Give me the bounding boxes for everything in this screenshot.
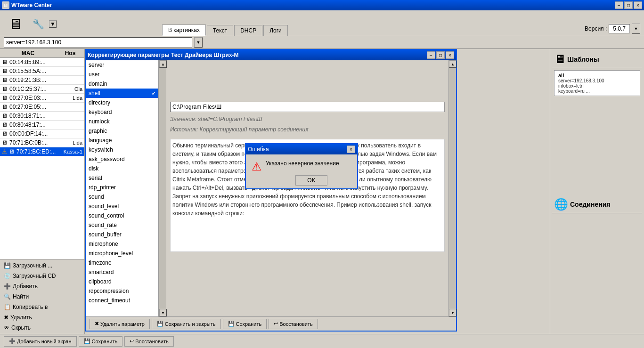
param-timezone[interactable]: timezone: [86, 258, 158, 267]
pc-icon-6: 🖥: [2, 113, 8, 119]
params-modal-titlebar: Корректирующие параметры Тест Драйвера Ш…: [86, 50, 456, 60]
mac-address-0: 00:14:85:89:...: [9, 59, 46, 65]
param-sound-control[interactable]: sound_control: [86, 211, 158, 220]
error-body: ⚠ Указано неверное значение: [246, 154, 357, 172]
param-connect-timeout[interactable]: connect_timeout: [86, 296, 158, 305]
param-serial[interactable]: serial: [86, 173, 158, 183]
params-value-display: Значение: shell=C:\Program Files\Ш: [170, 116, 445, 122]
error-titlebar: Ошибка ×: [246, 144, 357, 154]
param-ask-password[interactable]: ask_password: [86, 154, 158, 164]
error-title: Ошибка: [248, 146, 269, 153]
connections-icon: 🌐: [554, 198, 568, 211]
mac-item-3[interactable]: 🖥 00:1C:25:37:... Ola: [0, 85, 84, 94]
param-numlock[interactable]: numlock: [86, 117, 158, 126]
tab-logs[interactable]: Логи: [263, 25, 288, 36]
mac-item-6[interactable]: 🖥 00:30:18:71:...: [0, 112, 84, 121]
params-close-button[interactable]: ×: [446, 51, 454, 59]
params-value-input[interactable]: [170, 102, 445, 112]
minimize-button[interactable]: −: [615, 1, 623, 9]
params-content-scrollbar[interactable]: ▲ ▼: [448, 60, 456, 316]
param-directory[interactable]: directory: [86, 98, 158, 107]
param-sound-level[interactable]: sound_level: [86, 202, 158, 211]
pc-icon-0: 🖥: [2, 59, 8, 65]
scroll-down-arrow[interactable]: ▼: [159, 309, 167, 316]
server-input[interactable]: [4, 37, 192, 48]
bottom-restore-button[interactable]: ↩ Восстановить: [124, 336, 173, 347]
param-domain[interactable]: domain: [86, 79, 158, 89]
save-close-button[interactable]: 💾 Сохранить и закрыть: [152, 319, 221, 329]
mac-item-4[interactable]: 🖥 00:27:0E:03:... Lida: [0, 94, 84, 103]
param-shell[interactable]: shell ✔: [86, 89, 158, 98]
param-sound[interactable]: sound: [86, 192, 158, 202]
param-graphic[interactable]: graphic: [86, 126, 158, 136]
delete-action[interactable]: ✖ Удалить: [0, 312, 84, 323]
tools-icon: 🔧: [31, 17, 45, 31]
param-sound-rate[interactable]: sound_rate: [86, 220, 158, 230]
tab-text[interactable]: Текст: [207, 25, 233, 36]
content-scroll-up[interactable]: ▲: [449, 60, 457, 68]
content-scroll-down[interactable]: ▼: [449, 309, 457, 316]
param-microphone[interactable]: microphone: [86, 239, 158, 249]
maximize-button[interactable]: □: [624, 1, 633, 9]
connections-title: Соединения: [570, 201, 610, 208]
bottom-save-button[interactable]: 💾 Сохранить: [79, 336, 123, 347]
template-all[interactable]: all server=192.168.3.100 infobox=lctrl k…: [554, 70, 640, 96]
param-keyboard[interactable]: keyboard: [86, 107, 158, 117]
param-keyswitch[interactable]: keyswitch: [86, 145, 158, 154]
param-user[interactable]: user: [86, 70, 158, 79]
server-dropdown[interactable]: ▼: [194, 37, 203, 48]
find-action[interactable]: 🔍 Найти: [0, 291, 84, 302]
tab-images[interactable]: В картинках: [162, 24, 206, 36]
tab-dhcp[interactable]: DHCP: [234, 25, 262, 36]
mac-address-1: 00:15:58:5A:...: [9, 68, 46, 74]
templates-title: Шаблоны: [567, 56, 599, 63]
bootdisk-action[interactable]: 💾 Загрузочный ...: [0, 260, 84, 271]
param-language[interactable]: language: [86, 136, 158, 145]
param-sound-buffer[interactable]: sound_buffer: [86, 230, 158, 239]
params-minimize-button[interactable]: −: [427, 51, 435, 59]
mac-item-10[interactable]: ⚠ 🖥 70:71:BC:ED:... Kassa-1: [0, 147, 84, 156]
host-column-header: Hos: [56, 49, 84, 58]
params-maximize-button[interactable]: □: [436, 51, 445, 59]
templates-header: 🖥 Шаблоны: [552, 51, 642, 68]
param-disk[interactable]: disk: [86, 164, 158, 173]
copy-action[interactable]: 📋 Копировать в: [0, 302, 84, 312]
mac-item-8[interactable]: 🖥 00:C0:DF:14:...: [0, 129, 84, 138]
hide-action[interactable]: 👁 Скрыть: [0, 323, 84, 333]
mac-item-0[interactable]: 🖥 00:14:85:89:...: [0, 58, 84, 67]
host-4: Lida: [73, 95, 82, 101]
mac-address-9: 70:71:BC:0B:...: [9, 139, 48, 146]
param-clipboard[interactable]: clipboard: [86, 277, 158, 286]
title-bar-buttons: − □ ×: [615, 1, 642, 9]
param-rdp-printer[interactable]: rdp_printer: [86, 183, 158, 192]
param-server[interactable]: server: [86, 60, 158, 70]
params-list-scrollbar[interactable]: ▲ ▼: [159, 60, 166, 316]
mac-item-5[interactable]: 🖥 00:27:0E:05:...: [0, 103, 84, 112]
scroll-track[interactable]: [159, 68, 166, 309]
bootcd-action[interactable]: 💿 Загрузочный CD: [0, 271, 84, 281]
close-button[interactable]: ×: [634, 1, 642, 9]
error-close-button[interactable]: ×: [347, 146, 355, 153]
dropdown-arrow[interactable]: ▼: [49, 20, 57, 28]
param-microphone-level[interactable]: microphone_level: [86, 249, 158, 258]
mac-item-2[interactable]: 🖥 00:19:21:3B:...: [0, 76, 84, 85]
mac-item-1[interactable]: 🖥 00:15:58:5A:...: [0, 67, 84, 76]
add-screen-button[interactable]: ➕ Добавить новый экран: [4, 336, 77, 347]
bottom-restore-icon: ↩: [130, 338, 134, 344]
restore-button[interactable]: ↩ Восстановить: [269, 319, 318, 329]
param-smartcard[interactable]: smartcard: [86, 267, 158, 277]
version-dropdown[interactable]: ▼: [632, 24, 640, 34]
delete-param-button[interactable]: ✖ Удалить параметр: [90, 319, 150, 329]
content-scroll-track[interactable]: [449, 68, 456, 309]
scroll-up-arrow[interactable]: ▲: [159, 60, 167, 68]
save-button[interactable]: 💾 Сохранить: [223, 319, 267, 329]
connections-header: 🌐 Соединения: [552, 196, 642, 213]
mac-item-9[interactable]: 🖥 70:71:BC:0B:... Lida: [0, 138, 84, 147]
error-ok-button[interactable]: OK: [295, 175, 327, 186]
param-rdpcompression[interactable]: rdpcompression: [86, 286, 158, 296]
params-list: server user domain shell ✔ directory key…: [86, 60, 159, 316]
add-icon: ➕: [4, 283, 11, 290]
add-action[interactable]: ➕ Добавить: [0, 281, 84, 291]
mac-item-7[interactable]: 🖥 00:80:48:17:...: [0, 121, 84, 129]
bottom-save-icon: 💾: [84, 338, 90, 344]
